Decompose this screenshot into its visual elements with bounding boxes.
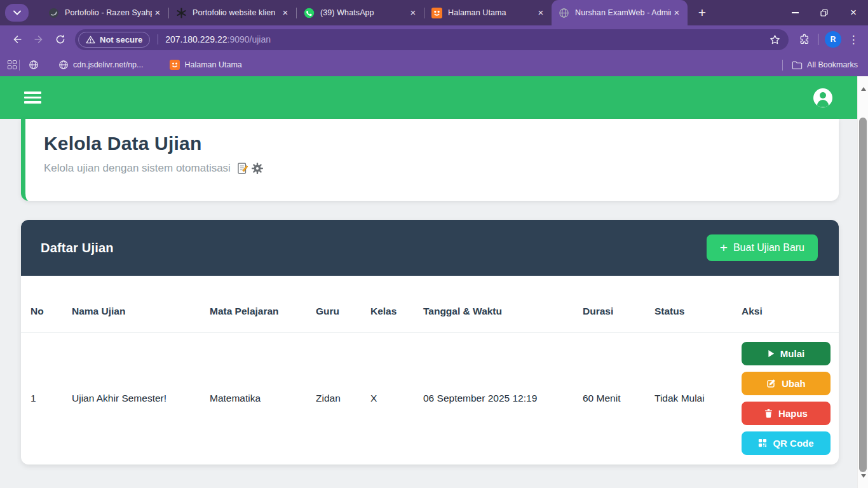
qr-icon bbox=[758, 438, 767, 447]
ubah-button[interactable]: Ubah bbox=[742, 372, 831, 395]
hamburger-menu-button[interactable] bbox=[24, 92, 41, 104]
close-icon[interactable]: × bbox=[671, 7, 682, 18]
tab-strip: Portofolio - Razen Syahputra × Portofoli… bbox=[0, 0, 868, 25]
column-header-tanggal-waktu: Tanggal & Waktu bbox=[414, 276, 573, 332]
star-icon bbox=[770, 34, 780, 45]
close-icon[interactable]: × bbox=[407, 7, 419, 18]
page-title: Kelola Data Ujian bbox=[44, 133, 839, 154]
bookmark-item-halaman-utama[interactable]: Halaman Utama bbox=[170, 60, 241, 70]
url-host: 207.180.229.22 bbox=[165, 34, 227, 44]
hapus-button[interactable]: Hapus bbox=[742, 402, 831, 425]
profile-avatar[interactable]: R bbox=[825, 31, 841, 48]
exam-table: No Nama Ujian Mata Pelajaran Guru Kelas … bbox=[21, 276, 839, 464]
tab-nurshan-examweb-active[interactable]: Nurshan ExamWeb - Admin × bbox=[552, 0, 688, 25]
cell-mata-pelajaran: Matematika bbox=[200, 332, 306, 464]
cell-no: 1 bbox=[21, 332, 62, 464]
reload-button[interactable] bbox=[50, 29, 71, 50]
tab-whatsapp[interactable]: (39) WhatsApp × bbox=[297, 0, 424, 25]
memo-icon bbox=[236, 162, 249, 175]
puzzle-icon bbox=[799, 34, 810, 45]
column-header-mata-pelajaran: Mata Pelajaran bbox=[200, 276, 306, 332]
reload-icon bbox=[55, 34, 66, 45]
forward-icon bbox=[33, 34, 44, 45]
bookmarks-bar: cdn.jsdelivr.net/np... Halaman Utama All… bbox=[0, 53, 868, 76]
cell-guru: Zidan bbox=[306, 332, 361, 464]
globe-icon bbox=[58, 60, 69, 70]
create-exam-button[interactable]: + Buat Ujian Baru bbox=[707, 234, 818, 261]
cell-tanggal-waktu: 06 September 2025 12:19 bbox=[414, 332, 573, 464]
browser-window: Portofolio - Razen Syahputra × Portofoli… bbox=[0, 0, 868, 488]
cell-kelas: X bbox=[361, 332, 414, 464]
cell-nama-ujian: Ujian Akhir Semester! bbox=[62, 332, 200, 464]
back-button[interactable] bbox=[6, 29, 28, 50]
globe-icon bbox=[29, 60, 39, 70]
extensions-button[interactable] bbox=[794, 29, 815, 50]
cell-aksi: Mulai Ubah Hapus bbox=[732, 332, 839, 464]
address-bar[interactable]: Not secure 207.180.229.22:9090/ujian bbox=[75, 29, 789, 50]
toolbar-divider bbox=[818, 34, 818, 45]
table-header-row: No Nama Ujian Mata Pelajaran Guru Kelas … bbox=[21, 276, 839, 332]
column-header-durasi: Durasi bbox=[573, 276, 645, 332]
bookmark-star-button[interactable] bbox=[766, 30, 783, 48]
tab-title: Portofolio website klien bbox=[193, 8, 280, 17]
tab-halaman-utama[interactable]: Halaman Utama × bbox=[424, 0, 552, 25]
close-window-button[interactable]: × bbox=[839, 0, 868, 25]
url-text: 207.180.229.22:9090/ujian bbox=[165, 34, 766, 44]
scroll-up-button[interactable] bbox=[858, 77, 868, 87]
scrollbar-thumb[interactable] bbox=[859, 118, 867, 472]
plus-icon: + bbox=[720, 241, 728, 254]
openai-logo-icon bbox=[176, 8, 187, 18]
all-bookmarks-button[interactable]: All Bookmarks bbox=[792, 60, 858, 70]
gear-icon bbox=[251, 162, 264, 175]
bookmarks-divider bbox=[19, 60, 20, 71]
exam-list-panel: Daftar Ujian + Buat Ujian Baru No Nama U… bbox=[21, 220, 839, 464]
tab-title: Portofolio - Razen Syahputra bbox=[65, 8, 152, 17]
close-icon[interactable]: × bbox=[535, 7, 546, 18]
play-icon bbox=[768, 349, 775, 358]
window-controls: × bbox=[780, 0, 868, 25]
minimize-button[interactable] bbox=[780, 0, 810, 25]
bookmark-label: cdn.jsdelivr.net/np... bbox=[73, 60, 143, 69]
close-icon[interactable]: × bbox=[280, 7, 291, 18]
page-viewport: Kelola Data Ujian Kelola ujian dengan si… bbox=[0, 76, 868, 488]
column-header-nama-ujian: Nama Ujian bbox=[62, 276, 200, 332]
cell-status: Tidak Mulai bbox=[645, 332, 732, 464]
cell-durasi: 60 Menit bbox=[573, 332, 645, 464]
browser-toolbar: Not secure 207.180.229.22:9090/ujian R ⋮ bbox=[0, 25, 868, 53]
bookmarks-divider bbox=[782, 60, 783, 71]
tab-search-button[interactable] bbox=[5, 4, 29, 22]
forward-button[interactable] bbox=[28, 29, 50, 50]
warning-icon bbox=[86, 36, 95, 44]
page-title-card: Kelola Data Ujian Kelola ujian dengan si… bbox=[21, 119, 839, 201]
app-header bbox=[0, 76, 857, 119]
edit-icon bbox=[766, 379, 776, 388]
vertical-scrollbar[interactable] bbox=[857, 76, 868, 488]
table-row: 1 Ujian Akhir Semester! Matematika Zidan… bbox=[21, 332, 839, 464]
page-subtitle: Kelola ujian dengan sistem otomatisasi bbox=[44, 162, 839, 175]
minimize-icon bbox=[792, 12, 799, 13]
scroll-down-button[interactable] bbox=[858, 477, 868, 487]
tab-portofolio-klien[interactable]: Portofolio website klien × bbox=[169, 0, 296, 25]
restore-button[interactable] bbox=[810, 0, 839, 25]
new-tab-button[interactable]: + bbox=[693, 3, 712, 22]
qr-code-button[interactable]: QR Code bbox=[742, 431, 831, 455]
bookmark-item-globe[interactable] bbox=[29, 60, 43, 70]
all-bookmarks-label: All Bookmarks bbox=[807, 60, 858, 69]
close-icon[interactable]: × bbox=[152, 7, 163, 18]
column-header-kelas: Kelas bbox=[361, 276, 414, 332]
security-chip[interactable]: Not secure bbox=[78, 32, 150, 48]
back-icon bbox=[11, 34, 23, 45]
browser-menu-button[interactable]: ⋮ bbox=[845, 29, 862, 50]
user-avatar-button[interactable] bbox=[813, 88, 832, 107]
panel-header: Daftar Ujian + Buat Ujian Baru bbox=[21, 220, 839, 276]
mulai-button[interactable]: Mulai bbox=[742, 342, 831, 365]
security-label: Not secure bbox=[100, 35, 142, 44]
folder-icon bbox=[792, 60, 803, 70]
scroll-up-icon bbox=[861, 78, 866, 91]
column-header-guru: Guru bbox=[306, 276, 361, 332]
bookmark-item-jsdelivr[interactable]: cdn.jsdelivr.net/np... bbox=[58, 60, 143, 70]
apps-grid-icon[interactable] bbox=[8, 60, 17, 69]
tab-title: Nurshan ExamWeb - Admin bbox=[575, 8, 671, 17]
column-header-no: No bbox=[21, 276, 62, 332]
tab-portofolio-razen[interactable]: Portofolio - Razen Syahputra × bbox=[41, 0, 168, 25]
